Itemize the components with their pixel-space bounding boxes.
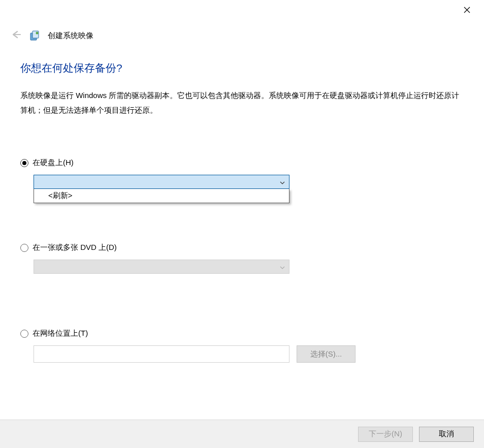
wizard-header: 创建系统映像 <box>10 29 93 42</box>
option-harddisk-label: 在硬盘上(H) <box>33 158 74 168</box>
radio-dvd[interactable] <box>20 244 28 252</box>
system-image-icon <box>29 30 41 41</box>
radio-harddisk[interactable] <box>20 159 28 167</box>
close-icon <box>464 6 470 15</box>
chevron-down-icon <box>280 262 285 271</box>
option-dvd-row[interactable]: 在一张或多张 DVD 上(D) <box>20 243 464 252</box>
close-button[interactable] <box>457 3 477 18</box>
back-button <box>10 29 22 42</box>
wizard-title: 创建系统映像 <box>48 31 93 41</box>
option-harddisk-group: 在硬盘上(H) <刷新> <box>20 158 464 203</box>
option-network-row[interactable]: 在网络位置上(T) <box>20 329 464 338</box>
page-description: 系统映像是运行 Windows 所需的驱动器副本。它也可以包含其他驱动器。系统映… <box>20 88 462 117</box>
network-path-input[interactable] <box>34 345 289 363</box>
option-dvd-group: 在一张或多张 DVD 上(D) <box>20 243 464 274</box>
svg-point-4 <box>36 32 39 35</box>
next-button: 下一步(N) <box>358 427 413 442</box>
option-network-label: 在网络位置上(T) <box>33 329 88 338</box>
wizard-footer: 下一步(N) 取消 <box>0 420 484 448</box>
dvd-combobox <box>34 260 289 274</box>
page-heading: 你想在何处保存备份? <box>20 61 464 75</box>
radio-network[interactable] <box>20 330 28 338</box>
option-harddisk-row[interactable]: 在硬盘上(H) <box>20 158 464 168</box>
back-arrow-icon <box>11 30 21 41</box>
wizard-content: 你想在何处保存备份? 系统映像是运行 Windows 所需的驱动器副本。它也可以… <box>20 61 464 393</box>
combo-item-refresh[interactable]: <刷新> <box>34 189 289 203</box>
harddisk-combobox[interactable] <box>34 175 289 189</box>
cancel-button[interactable]: 取消 <box>419 427 474 442</box>
select-network-button: 选择(S)... <box>297 345 356 363</box>
chevron-down-icon <box>280 177 285 186</box>
option-network-group: 在网络位置上(T) 选择(S)... <box>20 329 464 363</box>
harddisk-dropdown: <刷新> <box>34 189 289 203</box>
option-dvd-label: 在一张或多张 DVD 上(D) <box>33 243 117 252</box>
